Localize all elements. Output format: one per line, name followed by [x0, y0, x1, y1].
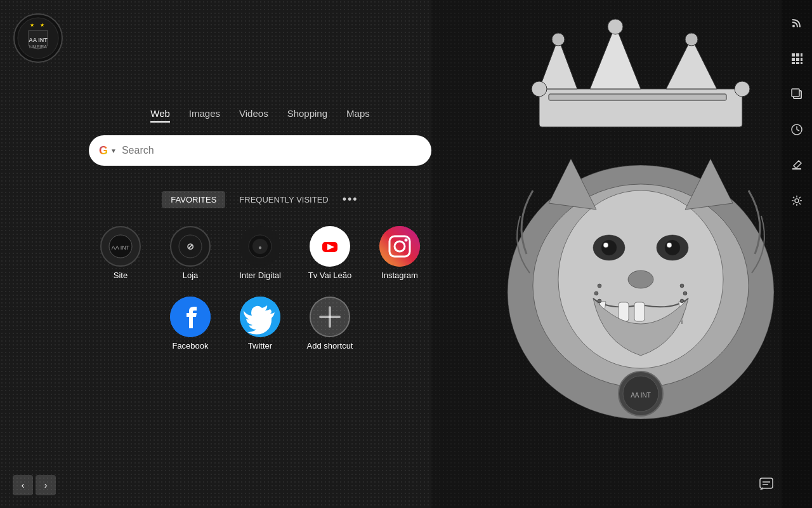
youtube-icon — [310, 226, 350, 267]
shortcut-instagram[interactable]: Instagram — [368, 221, 431, 285]
svg-point-43 — [792, 25, 795, 27]
bottom-nav: ‹ › — [13, 475, 56, 495]
shortcut-tv-vai-leao[interactable]: Tv Vai Leão — [298, 221, 362, 285]
svg-rect-54 — [792, 89, 799, 97]
svg-rect-10 — [549, 94, 726, 100]
svg-rect-23 — [634, 302, 645, 321]
inter-digital-icon: ● — [240, 226, 280, 267]
tab-web[interactable]: Web — [150, 108, 170, 123]
svg-rect-22 — [619, 302, 629, 321]
svg-rect-47 — [792, 58, 795, 61]
shortcut-add[interactable]: Add shortcut — [298, 291, 362, 356]
svg-point-70 — [379, 226, 420, 267]
search-dropdown-arrow[interactable]: ▼ — [110, 147, 117, 154]
svg-rect-52 — [801, 62, 802, 64]
shortcuts-row-2: Facebook Twitter — [89, 291, 431, 356]
shortcut-loja-label: Loja — [183, 271, 199, 280]
svg-line-57 — [797, 130, 799, 131]
shortcut-site[interactable]: AA INT Site — [89, 221, 152, 285]
shortcut-site-label: Site — [114, 271, 128, 280]
svg-point-59 — [795, 199, 799, 203]
svg-rect-44 — [792, 53, 795, 57]
svg-point-17 — [601, 240, 617, 255]
instagram-icon — [379, 226, 420, 267]
tab-images[interactable]: Images — [189, 108, 220, 123]
search-tabs: Web Images Videos Shopping Maps — [150, 108, 369, 123]
shortcut-twitter-label: Twitter — [248, 341, 272, 351]
shortcuts-grid: AA INT Site ⊘ Loja — [89, 221, 431, 356]
settings-icon[interactable] — [787, 190, 807, 211]
search-input[interactable] — [122, 145, 421, 156]
clock-icon[interactable] — [787, 119, 807, 140]
shortcut-facebook-label: Facebook — [172, 341, 208, 351]
shortcut-inter-digital[interactable]: ● Inter Digital — [228, 221, 292, 285]
shortcut-instagram-label: Instagram — [381, 271, 418, 280]
grid-icon[interactable] — [787, 48, 807, 69]
svg-rect-46 — [801, 53, 802, 57]
copy-icon[interactable] — [787, 84, 807, 104]
shortcuts-row-1: AA INT Site ⊘ Loja — [89, 221, 431, 285]
svg-rect-58 — [792, 168, 801, 170]
twitter-icon — [240, 297, 280, 337]
svg-text:⊘: ⊘ — [187, 241, 194, 251]
svg-rect-79 — [760, 478, 773, 488]
shortcut-loja[interactable]: ⊘ Loja — [159, 221, 222, 285]
shortcut-tv-vai-leao-label: Tv Vai Leão — [308, 271, 351, 280]
svg-point-7 — [552, 33, 565, 46]
svg-point-8 — [608, 19, 623, 34]
svg-point-27 — [594, 291, 598, 295]
shortcut-inter-digital-label: Inter Digital — [239, 271, 281, 280]
svg-point-30 — [683, 291, 687, 295]
svg-text:AA INT: AA INT — [112, 244, 130, 251]
shortcut-add-label: Add shortcut — [307, 341, 353, 351]
svg-point-31 — [680, 299, 684, 303]
svg-point-9 — [685, 33, 698, 46]
main-content: Web Images Videos Shopping Maps G ▼ FAVO… — [0, 0, 520, 508]
prev-arrow[interactable]: ‹ — [13, 475, 33, 495]
svg-rect-45 — [796, 53, 799, 57]
svg-text:●: ● — [258, 244, 262, 251]
shortcut-twitter[interactable]: Twitter — [228, 291, 292, 356]
tab-favorites[interactable]: FAVORITES — [162, 191, 225, 208]
next-arrow[interactable]: › — [36, 475, 56, 495]
svg-point-18 — [665, 240, 680, 255]
svg-rect-48 — [796, 58, 799, 61]
svg-point-5 — [532, 81, 547, 97]
site-icon: AA INT — [100, 226, 141, 267]
tab-shopping[interactable]: Shopping — [287, 108, 327, 123]
svg-point-28 — [598, 299, 601, 303]
edit-icon[interactable] — [787, 155, 807, 175]
right-sidebar — [782, 0, 812, 508]
rss-icon[interactable] — [787, 13, 807, 33]
svg-rect-49 — [801, 58, 802, 61]
svg-point-19 — [603, 243, 608, 248]
svg-point-29 — [680, 284, 684, 288]
search-bar: G ▼ — [89, 135, 431, 166]
more-options-button[interactable]: ••• — [343, 193, 358, 206]
svg-rect-50 — [792, 62, 795, 64]
loja-icon: ⊘ — [170, 226, 211, 267]
google-logo: G ▼ — [99, 144, 117, 157]
add-shortcut-icon — [310, 297, 350, 337]
chat-icon[interactable] — [759, 477, 774, 495]
facebook-icon — [170, 297, 211, 337]
shortcut-facebook[interactable]: Facebook — [159, 291, 222, 356]
bookmark-tabs: FAVORITES FREQUENTLY VISITED ••• — [162, 191, 358, 208]
svg-point-20 — [667, 243, 672, 248]
svg-point-21 — [628, 271, 653, 288]
svg-point-6 — [735, 81, 750, 97]
svg-rect-51 — [796, 62, 799, 64]
tab-videos[interactable]: Videos — [239, 108, 268, 123]
svg-point-26 — [598, 284, 601, 288]
svg-point-73 — [405, 239, 408, 242]
svg-text:AA INT: AA INT — [631, 392, 651, 399]
tab-frequently-visited[interactable]: FREQUENTLY VISITED — [230, 191, 337, 208]
google-g-letter: G — [99, 144, 108, 157]
tab-maps[interactable]: Maps — [346, 108, 370, 123]
